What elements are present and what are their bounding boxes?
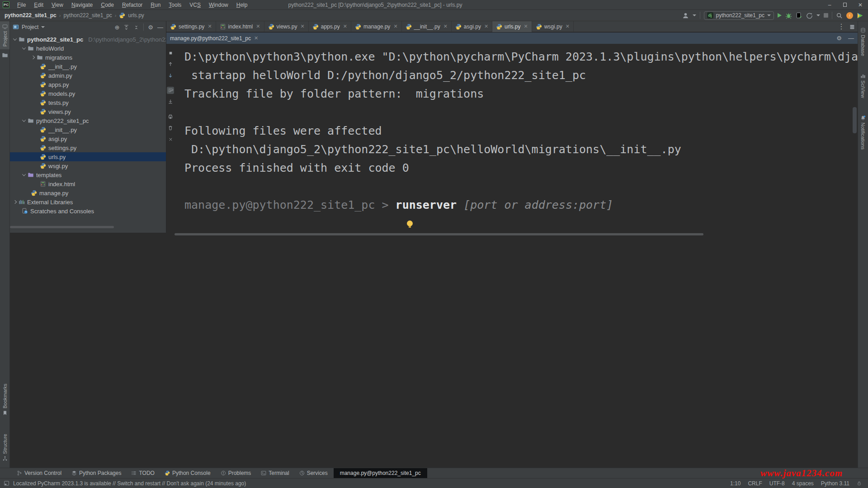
tree-item-scratches-and-consoles[interactable]: Scratches and Consoles xyxy=(10,206,166,216)
toolwindow-services[interactable]: Services xyxy=(295,468,332,479)
hide-panel-icon[interactable]: — xyxy=(157,24,163,31)
chevron-right-icon[interactable] xyxy=(31,56,35,59)
update-notification-icon[interactable]: ↑ xyxy=(846,12,853,19)
user-dropdown-icon[interactable] xyxy=(693,14,696,16)
project-view-dropdown-icon[interactable] xyxy=(41,26,45,28)
tab-close-icon[interactable]: ✕ xyxy=(343,23,347,29)
tab-close-icon[interactable]: ✕ xyxy=(301,23,305,29)
chevron-down-icon[interactable] xyxy=(22,118,26,122)
coverage-button[interactable] xyxy=(796,12,802,19)
status-indent[interactable]: 4 spaces xyxy=(792,480,814,487)
search-everywhere-icon[interactable] xyxy=(836,12,843,19)
project-folder-stripe-icon[interactable] xyxy=(0,49,9,61)
debug-button[interactable] xyxy=(785,12,792,19)
tree-item-external-libraries[interactable]: External Libraries xyxy=(10,197,166,206)
menu-code[interactable]: Code xyxy=(97,0,118,10)
status-line-separator[interactable]: CRLF xyxy=(748,480,762,487)
status-message[interactable]: Localized PyCharm 2023.1.3 is available … xyxy=(13,480,246,487)
arrow-up-icon[interactable] xyxy=(167,61,174,68)
console-output[interactable]: D:\python\python3\python.exe "D:\python\… xyxy=(175,44,858,233)
user-icon[interactable] xyxy=(682,12,689,19)
locate-file-icon[interactable]: ⊕ xyxy=(114,24,119,31)
close-icon[interactable] xyxy=(167,136,174,143)
scroll-to-end-icon[interactable] xyxy=(167,98,174,105)
run-button[interactable] xyxy=(778,13,782,18)
stripe-tab-notifications[interactable]: Notifications xyxy=(858,113,868,152)
project-horizontal-scrollbar[interactable] xyxy=(10,226,114,228)
plugin-logo-icon[interactable] xyxy=(857,12,863,19)
chevron-right-icon[interactable] xyxy=(13,200,17,204)
stripe-tab-project[interactable]: Project xyxy=(0,21,9,49)
tree-item-manage-py[interactable]: manage.py xyxy=(10,188,166,197)
toolwindow-todo[interactable]: TODO xyxy=(127,468,158,479)
tool-window-layout-icon[interactable] xyxy=(4,480,9,486)
run-hide-icon[interactable]: — xyxy=(848,35,854,42)
status-caret-position[interactable]: 1:10 xyxy=(730,480,741,487)
toolwindow-python-console[interactable]: Python Console xyxy=(160,468,215,479)
menu-edit[interactable]: Edit xyxy=(30,0,47,10)
tab-wsgi-py[interactable]: wsgi.py✕ xyxy=(532,21,574,32)
tree-item-python222-site1-pc[interactable]: python222_site1_pc xyxy=(10,116,166,125)
project-panel-title[interactable]: Project xyxy=(22,24,38,30)
tree-item-python222-site1-pc[interactable]: python222_site1_pcD:\python\django5_2\py… xyxy=(10,35,166,44)
tab-close-icon[interactable]: ✕ xyxy=(484,23,488,29)
settings-gear-icon[interactable]: ⚙ xyxy=(148,24,153,31)
tree-item-tests-py[interactable]: tests.py xyxy=(10,98,166,107)
menu-file[interactable]: File xyxy=(13,0,30,10)
breadcrumb-item[interactable]: python222_site1_pc xyxy=(5,12,57,19)
arrow-down-icon[interactable] xyxy=(167,72,174,79)
stripe-tab-sciview[interactable]: SciView xyxy=(858,70,868,101)
tree-item-models-py[interactable]: models.py xyxy=(10,89,166,98)
tab--init-py[interactable]: __init__.py✕ xyxy=(402,21,452,32)
tree-item-views-py[interactable]: views.py xyxy=(10,107,166,116)
breadcrumb-item[interactable]: python222_site1_pc xyxy=(63,12,112,19)
tree-item-templates[interactable]: templates xyxy=(10,170,166,179)
tab-settings-py[interactable]: settings.py✕ xyxy=(166,21,216,32)
menu-navigate[interactable]: Navigate xyxy=(67,0,97,10)
menu-view[interactable]: View xyxy=(47,0,67,10)
tree-item-admin-py[interactable]: admin.py xyxy=(10,71,166,80)
tree-item-urls-py[interactable]: urls.py xyxy=(10,152,166,161)
more-options-icon[interactable]: ⋮ xyxy=(838,22,845,31)
tree-item-index-html[interactable]: index.html xyxy=(10,179,166,188)
stripe-tab-database[interactable]: Database xyxy=(858,25,868,59)
chevron-down-icon[interactable] xyxy=(13,37,17,40)
tree-item-apps-py[interactable]: apps.py xyxy=(10,80,166,89)
toolwindow-problems[interactable]: Problems xyxy=(217,468,255,479)
clear-trash-icon[interactable] xyxy=(167,124,174,131)
stripe-tab-bookmarks[interactable]: Bookmarks xyxy=(0,381,9,418)
chevron-down-icon[interactable] xyxy=(22,172,26,176)
write-access-lock-icon[interactable] xyxy=(857,481,862,486)
tab-views-py[interactable]: views.py✕ xyxy=(264,21,309,32)
tree-item-settings-py[interactable]: settings.py xyxy=(10,143,166,152)
status-interpreter[interactable]: Python 3.11 xyxy=(821,480,849,487)
tab-close-icon[interactable]: ✕ xyxy=(566,23,570,29)
toolwindow-terminal[interactable]: Terminal xyxy=(257,468,293,479)
minimize-button[interactable]: – xyxy=(822,0,837,10)
tree-item--init-py[interactable]: __init__.py xyxy=(10,62,166,71)
tree-item--init-py[interactable]: __init__.py xyxy=(10,125,166,134)
maximize-button[interactable] xyxy=(837,0,853,10)
tree-item-asgi-py[interactable]: asgi.py xyxy=(10,134,166,143)
tab-apps-py[interactable]: apps.py✕ xyxy=(309,21,351,32)
soft-wrap-icon[interactable] xyxy=(167,87,174,94)
tab-close-icon[interactable]: ✕ xyxy=(443,23,448,29)
split-tabs-icon[interactable] xyxy=(849,24,855,29)
console-horizontal-scrollbar[interactable] xyxy=(166,233,858,236)
close-button[interactable]: ✕ xyxy=(853,0,868,10)
tab-urls-py[interactable]: urls.py✕ xyxy=(492,21,532,32)
stripe-tab-structure[interactable]: Structure xyxy=(0,431,9,464)
close-icon[interactable]: ✕ xyxy=(254,35,258,41)
toolwindow-version-control[interactable]: Version Control xyxy=(13,468,66,479)
run-settings-gear-icon[interactable]: ⚙ xyxy=(836,35,842,42)
toolwindow-active-tab[interactable]: manage.py@python222_site1_pc xyxy=(334,468,427,479)
tab-close-icon[interactable]: ✕ xyxy=(524,23,528,29)
tree-item-migrations[interactable]: migrations xyxy=(10,53,166,62)
print-icon[interactable] xyxy=(167,113,174,120)
console-vertical-scrollbar[interactable] xyxy=(853,107,857,133)
intention-bulb-icon[interactable] xyxy=(407,221,413,226)
tree-item-wsgi-py[interactable]: wsgi.py xyxy=(10,161,166,170)
tree-item-helloworld[interactable]: helloWorld xyxy=(10,44,166,53)
run-tab[interactable]: manage.py@python222_site1_pc ✕ xyxy=(170,35,258,42)
run-configuration-select[interactable]: dj python222_site1_pc xyxy=(704,11,774,20)
